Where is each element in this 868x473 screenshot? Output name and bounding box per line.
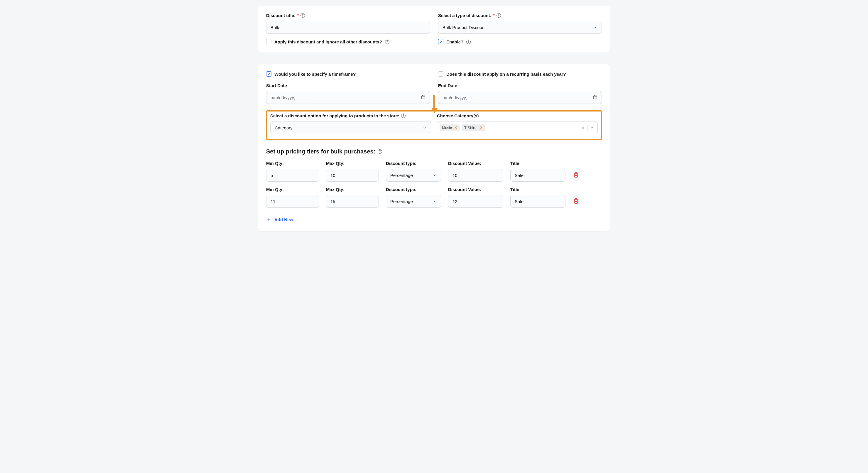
tier-row: Min Qty: 5 Max Qty: 10 Discount type: Pe… <box>266 161 602 182</box>
delete-tier-button[interactable] <box>573 198 579 205</box>
info-icon[interactable]: ? <box>301 13 305 18</box>
discount-type-tier-label: Discount type: <box>386 187 441 192</box>
discount-option-select[interactable]: Category <box>270 121 431 134</box>
discount-type-label: Select a type of discount: * ? <box>438 13 602 18</box>
info-icon[interactable]: ? <box>496 13 501 18</box>
end-date-input[interactable]: mm/dd/yyyy, --:-- -- <box>438 91 602 104</box>
add-new-tier-button[interactable]: ＋ Add New <box>266 216 293 223</box>
tier-title-input[interactable]: Sale <box>510 169 565 182</box>
start-date-label: Start Date <box>266 83 430 88</box>
chevron-down-icon <box>423 126 427 130</box>
annotation-highlight-box: Select a discount option for applying to… <box>266 110 602 140</box>
discount-value-input[interactable]: 10 <box>448 169 503 182</box>
calendar-icon <box>421 95 426 100</box>
svg-rect-0 <box>422 96 425 99</box>
category-tag: T-Shirts ✕ <box>462 124 485 131</box>
svg-rect-4 <box>593 96 597 99</box>
required-asterisk: * <box>297 13 299 18</box>
tag-remove-icon[interactable]: ✕ <box>454 126 457 130</box>
discount-basics-card: Discount title: * ? Bulk Select a type o… <box>258 6 610 53</box>
tag-remove-icon[interactable]: ✕ <box>480 126 483 130</box>
min-qty-input[interactable]: 5 <box>266 169 319 182</box>
min-qty-label: Min Qty: <box>266 187 319 192</box>
ignore-others-checkbox[interactable] <box>266 39 272 44</box>
pricing-tiers-title: Set up pricing tiers for bulk purchases:… <box>266 148 602 155</box>
ignore-others-label: Apply this discount and ignore all other… <box>274 39 382 44</box>
timeframe-checkbox[interactable] <box>266 71 272 76</box>
discount-type-select[interactable]: Bulk Product Discount <box>438 21 602 34</box>
max-qty-label: Max Qty: <box>326 187 379 192</box>
chevron-down-icon <box>433 199 437 203</box>
discount-type-tier-select[interactable]: Percentage <box>386 195 441 208</box>
plus-icon: ＋ <box>266 216 272 223</box>
max-qty-input[interactable]: 10 <box>326 169 379 182</box>
recurring-checkbox[interactable] <box>438 71 443 76</box>
end-date-label: End Date <box>438 83 602 88</box>
enable-label: Enable? <box>446 39 463 44</box>
choose-categories-label: Choose Category(s) <box>437 113 598 118</box>
discount-option-label: Select a discount option for applying to… <box>270 113 431 118</box>
max-qty-label: Max Qty: <box>326 161 379 166</box>
max-qty-input[interactable]: 15 <box>326 195 379 208</box>
discount-title-label: Discount title: * ? <box>266 13 430 18</box>
chevron-down-icon <box>433 173 437 177</box>
discount-value-label: Discount Value: <box>448 161 503 166</box>
info-icon[interactable]: ? <box>466 40 471 44</box>
delete-tier-button[interactable] <box>573 172 579 179</box>
start-date-input[interactable]: mm/dd/yyyy, --:-- -- <box>266 91 430 104</box>
info-icon[interactable]: ? <box>401 114 406 118</box>
tier-row: Min Qty: 11 Max Qty: 15 Discount type: P… <box>266 187 602 208</box>
discount-type-tier-select[interactable]: Percentage <box>386 169 441 182</box>
tier-title-label: Title: <box>510 161 565 166</box>
discount-config-card: Would you like to specify a timeframe? D… <box>258 64 610 231</box>
discount-value-input[interactable]: 12 <box>448 195 503 208</box>
timeframe-label: Would you like to specify a timeframe? <box>274 72 355 76</box>
category-tag: Music ✕ <box>440 124 460 131</box>
info-icon[interactable]: ? <box>385 40 390 44</box>
min-qty-label: Min Qty: <box>266 161 319 166</box>
discount-title-input[interactable]: Bulk <box>266 21 430 34</box>
enable-checkbox[interactable] <box>438 39 443 44</box>
calendar-icon <box>593 95 597 100</box>
clear-all-icon[interactable]: ✕ <box>581 125 585 131</box>
min-qty-input[interactable]: 11 <box>266 195 319 208</box>
chevron-down-icon <box>593 25 597 29</box>
chevron-down-icon[interactable] <box>590 126 594 130</box>
tier-title-input[interactable]: Sale <box>510 195 565 208</box>
categories-multiselect[interactable]: Music ✕ T-Shirts ✕ ✕ <box>437 121 598 134</box>
required-asterisk: * <box>493 13 495 18</box>
discount-value-label: Discount Value: <box>448 187 503 192</box>
info-icon[interactable]: ? <box>378 149 382 154</box>
recurring-label: Does this discount apply on a recurring … <box>446 72 566 76</box>
tier-title-label: Title: <box>510 187 565 192</box>
discount-type-tier-label: Discount type: <box>386 161 441 166</box>
